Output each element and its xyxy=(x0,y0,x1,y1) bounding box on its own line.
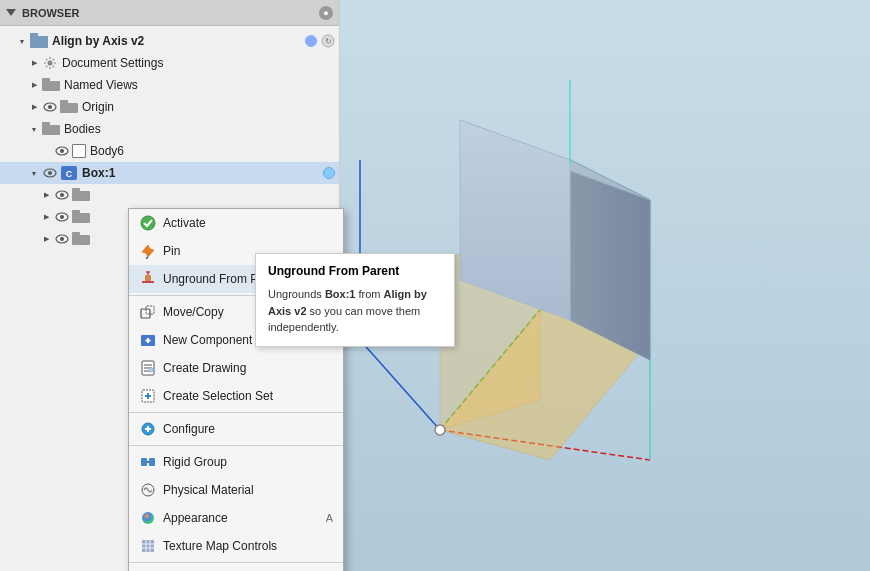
sub1-expand[interactable] xyxy=(40,189,52,201)
sub3-expand[interactable] xyxy=(40,233,52,245)
pin-icon xyxy=(139,242,157,260)
svg-rect-21 xyxy=(72,191,90,201)
rigid-group-label: Rigid Group xyxy=(163,455,333,469)
svg-line-32 xyxy=(146,257,148,259)
menu-item-rigid-group[interactable]: Rigid Group xyxy=(129,448,343,476)
svg-point-75 xyxy=(435,425,445,435)
expand-origin-arrow[interactable] xyxy=(28,101,40,113)
configure-icon xyxy=(139,420,157,438)
separator-4 xyxy=(129,562,343,563)
svg-point-24 xyxy=(60,215,64,219)
tree-box1[interactable]: C Box:1 xyxy=(0,162,339,184)
appearance-shortcut: A xyxy=(326,512,333,524)
tree-origin[interactable]: Origin xyxy=(0,96,339,118)
tooltip-title: Unground From Parent xyxy=(268,264,442,278)
browser-close-button[interactable]: ● xyxy=(319,6,333,20)
eye-icon-body6[interactable] xyxy=(54,143,70,159)
tree-root-item[interactable]: Align by Axis v2 ↻ xyxy=(0,30,339,52)
eye-icon-sub2[interactable] xyxy=(54,209,70,225)
tooltip-box: Unground From Parent Ungrounds Box:1 fro… xyxy=(255,253,455,347)
menu-item-create-selection[interactable]: Create Selection Set xyxy=(129,382,343,410)
origin-folder-icon xyxy=(60,100,78,114)
box1-status-dot xyxy=(323,167,335,179)
root-sync-icon: ↻ xyxy=(321,34,335,48)
gear-icon xyxy=(42,55,58,71)
svg-rect-12 xyxy=(42,122,50,126)
eye-icon-sub1[interactable] xyxy=(54,187,70,203)
svg-point-8 xyxy=(48,105,52,109)
body6-label: Body6 xyxy=(90,144,335,158)
svg-rect-9 xyxy=(60,103,78,113)
expand-box1-arrow[interactable] xyxy=(28,167,40,179)
sub1-folder-icon xyxy=(72,188,90,202)
svg-rect-34 xyxy=(145,275,151,281)
doc-settings-label: Document Settings xyxy=(62,56,335,70)
menu-item-configure[interactable]: Configure xyxy=(129,415,343,443)
tree-body6[interactable]: Body6 xyxy=(0,140,339,162)
eye-icon-sub3[interactable] xyxy=(54,231,70,247)
eye-icon-origin[interactable] xyxy=(42,99,58,115)
expand-root-arrow[interactable] xyxy=(16,35,28,47)
menu-item-texture-map[interactable]: Texture Map Controls xyxy=(129,532,343,560)
svg-point-4 xyxy=(48,61,53,66)
svg-rect-6 xyxy=(42,78,50,82)
texture-map-label: Texture Map Controls xyxy=(163,539,333,553)
main-container: BROWSER ● Align by Axis v2 ↻ xyxy=(0,0,870,571)
svg-text:C: C xyxy=(66,169,73,179)
box1-component-icon: C xyxy=(60,165,78,181)
svg-rect-29 xyxy=(72,235,90,245)
root-label: Align by Axis v2 xyxy=(52,34,301,48)
svg-point-16 xyxy=(48,171,52,175)
svg-rect-1 xyxy=(30,33,38,37)
unground-icon xyxy=(139,270,157,288)
expand-doc-settings-arrow[interactable] xyxy=(28,57,40,69)
browser-header: BROWSER ● xyxy=(0,0,339,26)
activate-icon xyxy=(139,214,157,232)
named-views-folder-icon xyxy=(42,78,60,92)
rigid-group-icon xyxy=(139,453,157,471)
separator-2 xyxy=(129,412,343,413)
configure-label: Configure xyxy=(163,422,333,436)
collapse-arrow[interactable] xyxy=(6,9,16,16)
menu-item-appearance[interactable]: Appearance A xyxy=(129,504,343,532)
origin-label: Origin xyxy=(82,100,335,114)
tooltip-bold1: Box:1 xyxy=(325,288,356,300)
svg-rect-33 xyxy=(142,281,154,283)
tooltip-body-mid: from xyxy=(355,288,383,300)
create-drawing-label: Create Drawing xyxy=(163,361,333,375)
tree-named-views[interactable]: Named Views xyxy=(0,74,339,96)
activate-label: Activate xyxy=(163,216,333,230)
tree-doc-settings[interactable]: Document Settings xyxy=(0,52,339,74)
svg-rect-46 xyxy=(149,368,153,372)
svg-rect-22 xyxy=(72,188,80,192)
new-component-icon xyxy=(139,331,157,349)
menu-item-create-drawing[interactable]: Create Drawing xyxy=(129,354,343,382)
eye-icon-box1[interactable] xyxy=(42,165,58,181)
svg-text:↻: ↻ xyxy=(325,37,332,46)
body6-icon xyxy=(72,144,86,158)
menu-item-activate[interactable]: Activate xyxy=(129,209,343,237)
physical-material-label: Physical Material xyxy=(163,483,333,497)
appearance-label: Appearance xyxy=(163,511,326,525)
tree-bodies[interactable]: Bodies xyxy=(0,118,339,140)
svg-point-28 xyxy=(60,237,64,241)
box1-label: Box:1 xyxy=(82,166,319,180)
expand-bodies-arrow[interactable] xyxy=(28,123,40,135)
menu-item-physical-material[interactable]: Physical Material xyxy=(129,476,343,504)
expand-named-views-arrow[interactable] xyxy=(28,79,40,91)
tooltip-body-start: Ungrounds xyxy=(268,288,325,300)
menu-item-properties[interactable]: Properties xyxy=(129,565,343,571)
appearance-icon xyxy=(139,509,157,527)
browser-panel: BROWSER ● Align by Axis v2 ↻ xyxy=(0,0,340,571)
create-selection-icon xyxy=(139,387,157,405)
svg-rect-25 xyxy=(72,213,90,223)
create-selection-label: Create Selection Set xyxy=(163,389,333,403)
sub2-expand[interactable] xyxy=(40,211,52,223)
named-views-label: Named Views xyxy=(64,78,335,92)
svg-rect-0 xyxy=(30,36,48,48)
svg-rect-26 xyxy=(72,210,80,214)
tree-box1-sub1[interactable] xyxy=(0,184,339,206)
svg-point-31 xyxy=(141,216,155,230)
move-copy-icon xyxy=(139,303,157,321)
root-status-icon xyxy=(305,35,317,47)
